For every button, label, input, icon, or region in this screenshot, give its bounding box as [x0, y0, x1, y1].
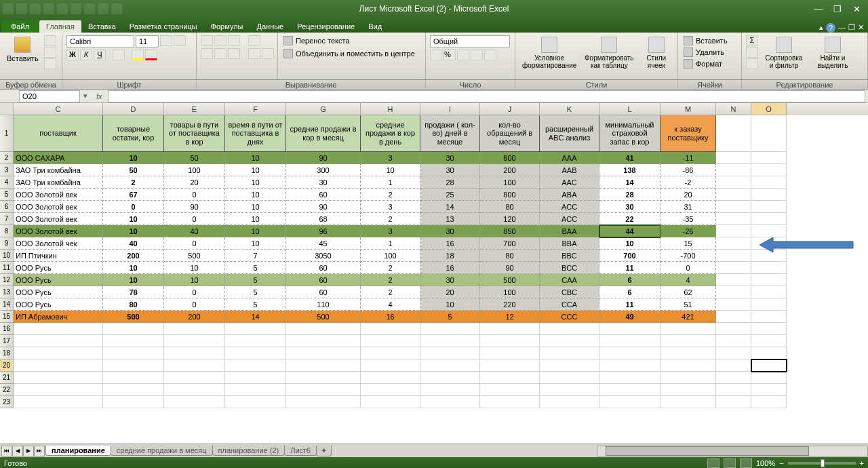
cell[interactable]: 5 — [225, 298, 286, 311]
cell[interactable]: 5 — [225, 262, 286, 274]
spreadsheet-grid[interactable]: CDEFGHIJKLMNO 1поставщиктоварные остатки… — [0, 103, 868, 444]
cell[interactable]: 6 — [599, 274, 660, 286]
cell[interactable] — [361, 396, 420, 408]
table-header-cell[interactable]: расширенный ABC анализ — [540, 115, 599, 152]
cell[interactable]: CBC — [540, 286, 599, 298]
cell[interactable] — [540, 335, 599, 347]
cell[interactable]: 16 — [361, 311, 420, 323]
cell[interactable]: 100 — [480, 286, 540, 298]
zoom-level[interactable]: 100% — [756, 459, 775, 467]
cell[interactable]: 12 — [480, 311, 540, 323]
close-button[interactable]: ✕ — [848, 3, 865, 15]
cell[interactable]: 110 — [286, 298, 361, 311]
cell[interactable]: 10 — [225, 225, 286, 237]
cell[interactable] — [660, 323, 716, 335]
formula-input[interactable] — [108, 90, 865, 102]
cell[interactable]: 138 — [599, 164, 660, 176]
cell[interactable] — [103, 347, 164, 359]
column-header[interactable]: E — [164, 103, 225, 115]
cell[interactable] — [164, 384, 225, 396]
cell[interactable]: ACC — [540, 201, 599, 213]
table-header-cell[interactable]: средние продажи в кор в день — [361, 115, 420, 152]
orientation-icon[interactable] — [248, 35, 260, 46]
qat-icon[interactable] — [57, 3, 68, 14]
cell[interactable]: CAA — [540, 274, 599, 286]
tab-review[interactable]: Рецензирование — [290, 20, 361, 33]
row-header[interactable]: 7 — [0, 213, 14, 225]
cell[interactable] — [716, 335, 751, 347]
cell[interactable] — [660, 359, 716, 372]
cell[interactable]: -11 — [660, 152, 716, 164]
cell[interactable] — [751, 164, 787, 176]
cell[interactable] — [716, 225, 751, 237]
insert-cells-button[interactable]: Вставить — [682, 35, 729, 46]
cell[interactable]: 10 — [225, 176, 286, 189]
cell[interactable]: 20 — [420, 286, 480, 298]
doc-minimize-icon[interactable]: — — [838, 23, 846, 33]
tab-formulas[interactable]: Формулы — [204, 20, 250, 33]
row-header[interactable]: 23 — [0, 396, 14, 408]
restore-button[interactable]: ❐ — [829, 3, 846, 15]
cell[interactable]: 5 — [225, 286, 286, 298]
cell[interactable]: 4 — [660, 274, 716, 286]
cell[interactable] — [716, 213, 751, 225]
cell[interactable] — [420, 359, 480, 372]
cell[interactable] — [14, 335, 103, 347]
cell[interactable]: 80 — [103, 298, 164, 311]
cell[interactable] — [420, 335, 480, 347]
cell[interactable]: 10 — [225, 213, 286, 225]
cell[interactable]: 200 — [164, 311, 225, 323]
cell[interactable]: 15 — [660, 237, 716, 250]
table-header-cell[interactable]: товары в пути от поставщика в кор — [164, 115, 225, 152]
cell[interactable]: 50 — [103, 164, 164, 176]
cell[interactable]: 0 — [660, 262, 716, 274]
cell[interactable] — [361, 347, 420, 359]
cell[interactable] — [540, 347, 599, 359]
cell[interactable] — [420, 396, 480, 408]
row-header[interactable]: 16 — [0, 323, 14, 335]
cell[interactable]: 31 — [660, 201, 716, 213]
underline-icon[interactable]: Ч — [94, 50, 106, 60]
column-header[interactable]: I — [420, 103, 480, 115]
cell[interactable] — [164, 359, 225, 372]
cell[interactable]: 3 — [361, 201, 420, 213]
sheet-nav-first[interactable]: ⏮ — [1, 446, 12, 456]
cell[interactable]: 4 — [361, 298, 420, 311]
cell[interactable] — [716, 189, 751, 201]
cell[interactable]: 44 — [599, 225, 660, 237]
cell[interactable]: 700 — [599, 250, 660, 262]
cell[interactable] — [751, 298, 787, 311]
cell[interactable]: ООО Русь — [14, 262, 103, 274]
cell[interactable] — [716, 286, 751, 298]
cell[interactable]: 700 — [480, 237, 540, 250]
cell[interactable]: AAC — [540, 176, 599, 189]
cell[interactable]: 45 — [286, 237, 361, 250]
cell[interactable] — [751, 189, 787, 201]
row-header[interactable]: 2 — [0, 152, 14, 164]
font-grow-icon[interactable] — [160, 35, 172, 46]
cell[interactable] — [103, 359, 164, 372]
cell[interactable] — [716, 384, 751, 396]
cell[interactable] — [164, 396, 225, 408]
font-shrink-icon[interactable] — [174, 35, 186, 46]
align-right-icon[interactable] — [228, 48, 240, 59]
align-mid-icon[interactable] — [214, 35, 226, 46]
cell[interactable]: 10 — [164, 262, 225, 274]
cell[interactable] — [361, 372, 420, 384]
cell[interactable]: BAA — [540, 225, 599, 237]
help-icon[interactable]: ? — [826, 23, 835, 33]
format-painter-icon[interactable] — [44, 58, 56, 69]
cut-icon[interactable] — [44, 35, 56, 46]
column-header[interactable]: L — [599, 103, 660, 115]
cell[interactable]: 3 — [361, 225, 420, 237]
paste-button[interactable]: Вставить — [4, 35, 41, 64]
cell[interactable] — [286, 335, 361, 347]
tab-page-layout[interactable]: Разметка страницы — [123, 20, 204, 33]
italic-icon[interactable]: К — [80, 50, 92, 60]
cell[interactable] — [716, 323, 751, 335]
row-header[interactable]: 9 — [0, 237, 14, 250]
cell[interactable] — [751, 262, 787, 274]
cell[interactable]: 90 — [480, 262, 540, 274]
cell[interactable] — [751, 347, 787, 359]
cell[interactable] — [361, 384, 420, 396]
